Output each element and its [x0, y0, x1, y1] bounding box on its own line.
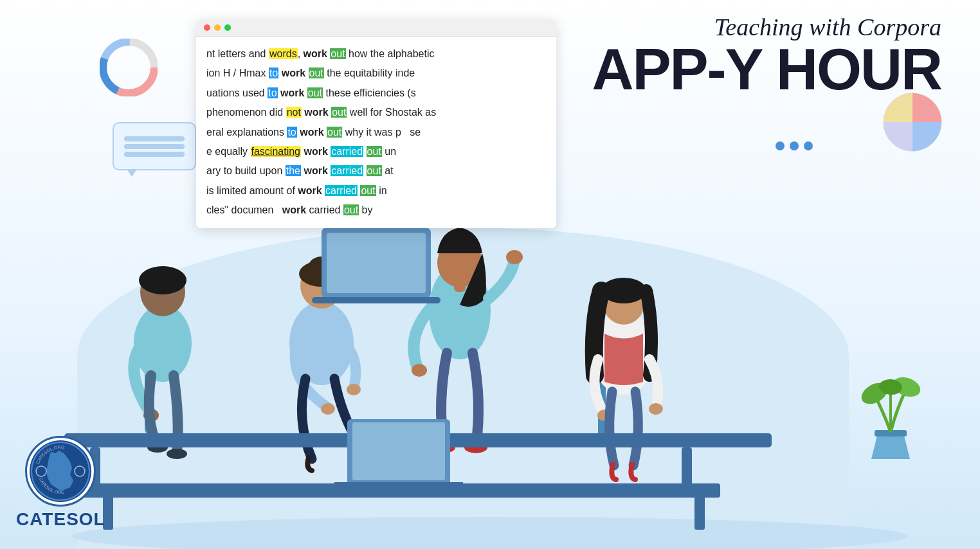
person-right: [592, 278, 663, 480]
highlight-not: not: [286, 107, 302, 118]
pie-chart-top-right: [880, 90, 945, 154]
person-left: [132, 266, 192, 459]
corpus-line-2: ion H / Hmax to work out the equitabilit…: [206, 64, 546, 83]
highlight-to-5: to: [287, 127, 296, 138]
browser-toolbar: [196, 19, 556, 37]
browser-btn-green[interactable]: [224, 24, 231, 31]
corpus-line-4: phenomenon did not work out well for Sho…: [206, 103, 546, 122]
svg-point-13: [167, 449, 187, 459]
corpus-line-1: nt letters and words, work out how the a…: [206, 44, 546, 64]
highlight-fascinating: fascinating: [251, 146, 302, 157]
laptop-base: [334, 482, 463, 487]
highlight-to-2: to: [269, 68, 278, 78]
highlight-out-9: out: [343, 204, 359, 215]
laptop-display: [352, 422, 445, 480]
title-appy: APP-Y HOUR: [588, 42, 941, 98]
corpus-line-5: eral explanations to work out why it was…: [206, 123, 546, 142]
corpus-line-3: uations used to work out these efficienc…: [206, 84, 546, 103]
highlight-out-4: out: [331, 107, 347, 118]
plant: [858, 374, 923, 459]
browser-content: nt letters and words, work out how the a…: [196, 37, 556, 228]
title-area: Teaching with Corpora APP-Y HOUR: [588, 13, 941, 97]
highlight-out-6: out: [367, 146, 382, 157]
highlight-words: words: [269, 48, 298, 59]
dot-2: [790, 141, 799, 150]
highlight-out-7: out: [367, 165, 382, 176]
svg-point-24: [412, 364, 427, 377]
highlight-out-5: out: [327, 127, 342, 138]
highlight-out-8: out: [360, 185, 376, 196]
dot-1: [776, 141, 785, 150]
svg-point-10: [139, 266, 186, 294]
page-container: Teaching with Corpora APP-Y HOUR: [0, 0, 980, 549]
catesol-logo: CATESOL.ORG CATESOL.ORG CATESOL: [16, 436, 105, 530]
highlight-the: the: [286, 165, 301, 176]
svg-point-19: [347, 384, 361, 395]
chat-line-1: [124, 136, 185, 141]
highlight-carried-7: carried: [331, 165, 363, 176]
chat-bubble: [113, 122, 196, 170]
svg-point-23: [506, 250, 523, 264]
highlight-out-2: out: [309, 68, 324, 78]
corpus-line-6: e equally fascinating work carried out u…: [206, 142, 546, 161]
corpus-line-8: is limited amount of work carried out in: [206, 181, 546, 201]
browser-btn-yellow[interactable]: [214, 24, 221, 31]
chat-line-2: [124, 144, 185, 149]
dot-3: [804, 141, 813, 150]
svg-point-32: [649, 403, 663, 415]
dots-decoration: [776, 141, 813, 150]
table-leg-right: [694, 494, 705, 530]
chat-line-3: [124, 152, 185, 157]
highlight-carried-8: carried: [325, 185, 358, 196]
highlight-carried-6: carried: [331, 146, 363, 157]
corpus-line-7: ary to build upon the work carried out a…: [206, 161, 546, 181]
highlight-out-1: out: [330, 48, 345, 59]
laptop-on-table: [312, 228, 440, 303]
corpus-line-9: cles" documen work carried out by: [206, 201, 546, 220]
browser-btn-red[interactable]: [204, 24, 210, 31]
svg-rect-35: [312, 297, 440, 303]
highlight-to-3: to: [268, 87, 277, 98]
browser-window: nt letters and words, work out how the a…: [196, 19, 556, 228]
highlight-out-3: out: [307, 87, 323, 98]
catesol-label: CATESOL: [16, 509, 105, 530]
svg-point-5: [72, 517, 908, 549]
pie-chart-top-left: [100, 39, 158, 96]
svg-rect-34: [327, 233, 426, 293]
catesol-logo-circle: CATESOL.ORG CATESOL.ORG: [25, 436, 96, 507]
laptop-screen: [347, 419, 450, 483]
svg-point-18: [321, 403, 335, 415]
